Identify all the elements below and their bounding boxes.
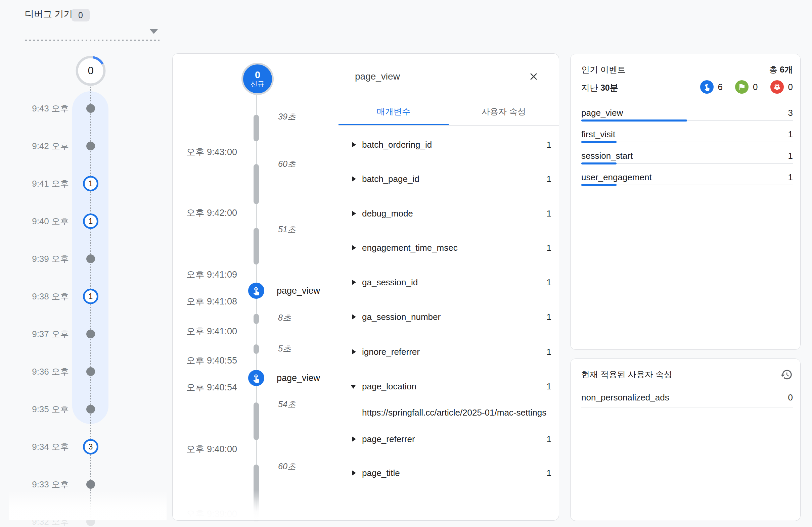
duration-label: 8초	[278, 312, 291, 323]
hour-dot-marker[interactable]	[86, 104, 95, 113]
param-count: 1	[547, 379, 551, 393]
touch-icon	[700, 80, 714, 94]
param-row[interactable]: ga_session_number 1	[338, 310, 556, 324]
total-prefix: 총	[769, 65, 778, 74]
param-name: page_title	[362, 466, 400, 480]
hour-row[interactable]: 9:41 오후 1	[0, 176, 168, 192]
param-row[interactable]: page_title 1	[338, 466, 556, 480]
user-properties-title: 현재 적용된 사용자 속성	[581, 369, 672, 380]
stream-event-row[interactable]: page_view	[248, 370, 320, 386]
hour-dot-marker[interactable]	[86, 405, 95, 413]
param-name: page_location	[362, 379, 417, 393]
total-count: 6개	[780, 65, 793, 74]
param-value: https://springfall.cc/article/2025-01/ma…	[362, 406, 560, 420]
error-events-counter[interactable]: 0	[770, 80, 793, 94]
hour-label: 9:42 오후	[0, 138, 69, 154]
hour-row[interactable]: 9:35 오후	[0, 401, 168, 417]
top-event-row[interactable]: user_engagement 1	[581, 171, 793, 184]
param-row-expanded[interactable]: page_location 1	[338, 379, 556, 393]
hour-row[interactable]: 9:33 오후	[0, 476, 168, 493]
param-count: 1	[547, 275, 551, 289]
stream-event-name[interactable]: page_view	[277, 286, 320, 296]
chevron-right-icon[interactable]	[352, 211, 356, 216]
tab-user-properties[interactable]: 사용자 속성	[449, 98, 559, 125]
chevron-right-icon[interactable]	[352, 280, 356, 285]
hour-count-marker[interactable]: 1	[83, 289, 98, 304]
duration-bar	[253, 314, 259, 324]
user-property-row[interactable]: non_personalized_ads 0	[581, 391, 793, 404]
touch-events-counter[interactable]: 6	[700, 80, 723, 94]
history-icon[interactable]	[780, 368, 793, 381]
hour-label: 9:43 오후	[0, 100, 69, 116]
tab-parameters[interactable]: 매개변수	[338, 98, 449, 125]
stream-timestamp: 오후 9:40:00	[179, 443, 237, 455]
top-event-bar	[581, 119, 793, 121]
top-event-count: 3	[788, 106, 793, 119]
counter-divider	[764, 80, 764, 94]
chevron-right-icon[interactable]	[352, 314, 356, 320]
top-events-card: 인기 이벤트 총 6개 지난 30분 6 0	[570, 54, 801, 350]
close-icon[interactable]	[528, 71, 539, 82]
top-event-name: user_engagement	[581, 171, 652, 184]
chevron-down-icon[interactable]	[351, 385, 356, 389]
conversion-events-counter[interactable]: 0	[735, 80, 758, 94]
param-row[interactable]: batch_page_id 1	[338, 172, 556, 186]
top-event-bar	[581, 184, 793, 186]
duration-bar	[253, 164, 259, 204]
param-row[interactable]: ga_session_id 1	[338, 275, 556, 289]
hour-count-marker[interactable]: 1	[83, 214, 98, 229]
param-row[interactable]: batch_ordering_id 1	[338, 137, 556, 152]
hour-row[interactable]: 9:38 오후 1	[0, 288, 168, 305]
chevron-right-icon[interactable]	[352, 349, 356, 354]
hour-row[interactable]: 9:36 오후	[0, 364, 168, 380]
param-count: 1	[547, 241, 551, 255]
hour-label: 9:36 오후	[0, 364, 69, 380]
touch-event-icon[interactable]	[248, 370, 264, 386]
hour-dot-marker[interactable]	[86, 367, 95, 376]
user-properties-card: 현재 적용된 사용자 속성 non_personalized_ads 0	[570, 358, 801, 521]
hour-row[interactable]: 9:42 오후	[0, 138, 168, 154]
hour-row[interactable]: 9:39 오후	[0, 251, 168, 267]
hour-row[interactable]: 9:34 오후 3	[0, 439, 168, 455]
conversion-events-count: 0	[753, 82, 758, 92]
param-row[interactable]: page_referrer 1	[338, 432, 556, 446]
window-prefix: 지난	[581, 83, 598, 92]
chevron-right-icon[interactable]	[352, 436, 356, 442]
hour-label: 9:39 오후	[0, 251, 69, 267]
chevron-right-icon[interactable]	[352, 176, 356, 181]
stream-event-row[interactable]: page_view	[248, 283, 320, 299]
touch-event-icon[interactable]	[248, 283, 264, 299]
top-event-name: page_view	[581, 106, 623, 119]
param-name: page_referrer	[362, 432, 415, 446]
chevron-right-icon[interactable]	[352, 470, 356, 475]
param-name: engagement_time_msec	[362, 241, 458, 255]
chevron-right-icon[interactable]	[352, 245, 356, 250]
param-row[interactable]: debug_mode 1	[338, 206, 556, 221]
param-count: 1	[547, 206, 551, 221]
hour-row[interactable]: 9:43 오후	[0, 100, 168, 116]
hour-row[interactable]: 9:37 오후	[0, 326, 168, 342]
hour-count-marker[interactable]: 3	[83, 439, 98, 454]
window-value: 30분	[600, 83, 618, 92]
hour-row[interactable]: 9:40 오후 1	[0, 213, 168, 229]
param-row[interactable]: ignore_referrer 1	[338, 345, 556, 359]
hour-dot-marker[interactable]	[86, 330, 95, 338]
hour-dot-marker[interactable]	[86, 254, 95, 263]
top-event-row[interactable]: session_start 1	[581, 149, 793, 162]
event-stream-card: 0 신규 39초 60초 51초 8초 5초 54초 60초 오후 9:43:0…	[172, 53, 559, 521]
hour-label: 9:35 오후	[0, 401, 69, 417]
stream-timestamp: 오후 9:41:00	[179, 325, 237, 337]
hour-label: 9:41 오후	[0, 176, 69, 192]
hour-dot-marker[interactable]	[86, 480, 95, 489]
top-event-name: first_visit	[581, 128, 615, 141]
param-name: debug_mode	[362, 206, 413, 221]
hour-dot-marker[interactable]	[86, 142, 95, 150]
chevron-right-icon[interactable]	[352, 142, 356, 147]
param-row[interactable]: engagement_time_msec 1	[338, 241, 556, 255]
stream-event-name[interactable]: page_view	[277, 373, 320, 383]
top-event-row[interactable]: page_view 3	[581, 106, 793, 119]
flag-icon	[735, 80, 749, 94]
param-count: 1	[547, 310, 551, 324]
top-event-row[interactable]: first_visit 1	[581, 128, 793, 141]
hour-count-marker[interactable]: 1	[83, 176, 98, 191]
